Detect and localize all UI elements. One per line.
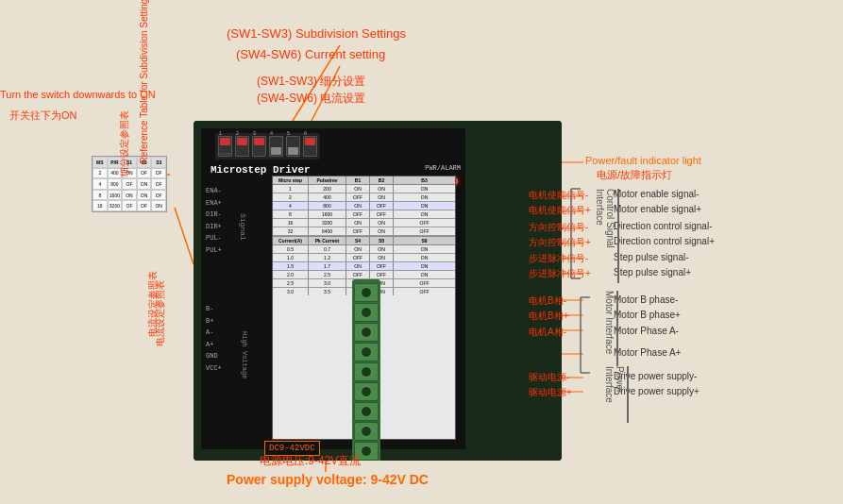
pwr-alarm-label: PWR/ALARM bbox=[425, 164, 461, 172]
svg-line-3 bbox=[175, 208, 194, 264]
dir-minus-pcb-label: DIR- bbox=[206, 209, 222, 221]
sw1-sw3-english-label: (SW1-SW3) Subdivision Settings bbox=[227, 26, 406, 41]
sw4-sw6-english-label: (SW4-SW6) Current setting bbox=[236, 47, 385, 61]
driver-pcb: 1 2 3 4 5 6 Microstep Driver PWR/ALARM E… bbox=[194, 121, 562, 461]
motor-b-minus-cn: 电机B相- bbox=[529, 294, 566, 308]
direction-plus-cn: 方向控制信号+ bbox=[529, 236, 591, 249]
motor-a-minus-cn: 电机A相- bbox=[529, 326, 566, 339]
a-minus-pcb: A- bbox=[206, 327, 222, 339]
signal-label: Signal bbox=[239, 213, 247, 241]
sw4-sw6-chinese-label: (SW4-SW6) 电流设置 bbox=[257, 91, 365, 107]
ref-table-label-rotated: 细分设定参照表 bbox=[118, 0, 131, 176]
step-minus-en: Step pulse signal- bbox=[614, 252, 689, 262]
voltage-english-label: Power supply voltage: 9-42V DC bbox=[227, 472, 429, 487]
step-minus-cn: 步进脉冲信号- bbox=[529, 252, 588, 265]
subdivision-settings-label: Reference Table for Subdivision Settings… bbox=[139, 0, 149, 164]
gnd-pcb: GND bbox=[206, 350, 222, 362]
motor-enable-minus-cn: 电机使能信号- bbox=[529, 189, 588, 202]
current-setting-en-label: 电流设定参照表 bbox=[146, 148, 160, 337]
high-voltage-label: High Voltage bbox=[241, 331, 248, 378]
conn-terminal-b-minus bbox=[354, 422, 379, 441]
power-fault-chinese: 电源/故障指示灯 bbox=[597, 168, 672, 182]
power-fault-english: Power/fault indicator light bbox=[585, 155, 701, 166]
pul-minus-pcb-label: PUL- bbox=[206, 232, 222, 244]
direction-minus-en: Direction control signal- bbox=[614, 221, 713, 231]
direction-minus-cn: 方向控制信号- bbox=[529, 221, 588, 234]
motor-b-plus-cn: 电机B相+ bbox=[529, 310, 569, 323]
motor-interface-label: Motor Interface bbox=[604, 291, 618, 366]
a-plus-pcb: A+ bbox=[206, 339, 222, 351]
conn-terminal-ena-plus bbox=[354, 323, 379, 342]
ena-plus-pcb-label: ENA+ bbox=[206, 197, 222, 210]
motor-b-plus-en: Motor B phase+ bbox=[614, 310, 681, 320]
conn-terminal-dir-plus bbox=[354, 362, 379, 381]
conn-terminal-pul-minus bbox=[354, 382, 379, 401]
conn-terminal-pul-plus bbox=[354, 402, 379, 421]
right-connector-block bbox=[352, 279, 380, 461]
page-container: (SW1-SW3) Subdivision Settings (SW4-SW6)… bbox=[0, 0, 843, 504]
b-minus-pcb: B- bbox=[206, 303, 222, 315]
control-signal-interface-label: Control Signal Interface bbox=[595, 189, 619, 283]
conn-terminal-pwr bbox=[354, 283, 379, 302]
b-plus-pcb: B+ bbox=[206, 315, 222, 328]
step-plus-cn: 步进脉冲信号+ bbox=[529, 267, 591, 280]
direction-plus-en: Direction control signal+ bbox=[614, 236, 715, 246]
voltage-chinese-label: 电源电压:9-42V直流 bbox=[260, 453, 361, 469]
step-plus-en: Step pulse signal+ bbox=[614, 267, 691, 277]
motor-enable-plus-en: Motor enable signal+ bbox=[614, 204, 701, 214]
conn-terminal-dir-minus bbox=[354, 343, 379, 361]
pcb-driver-label: Microstep Driver bbox=[211, 164, 311, 176]
conn-terminal-ena-minus bbox=[354, 303, 379, 322]
motor-enable-minus-en: Motor enable signal- bbox=[614, 189, 700, 199]
pul-plus-pcb-label: PUL+ bbox=[206, 244, 222, 257]
vcc-pcb: VCC+ bbox=[206, 362, 222, 375]
motor-b-minus-en: Motor B phase- bbox=[614, 294, 678, 305]
motor-a-plus-en: Motor Phase A+ bbox=[614, 347, 681, 358]
power-interface-label: Power Interface bbox=[604, 366, 629, 423]
drive-power-minus-cn: 驱动电源- bbox=[529, 371, 569, 384]
motor-a-minus-en: Motor Phase A- bbox=[614, 326, 679, 336]
motor-enable-plus-cn: 电机使能信号+ bbox=[529, 204, 591, 217]
ena-minus-pcb-label: ENA- bbox=[206, 185, 222, 197]
turn-switch-label: Turn the switch downwards to ON bbox=[0, 88, 156, 102]
turn-switch-chinese-label: 开关往下为ON bbox=[9, 109, 77, 123]
dir-plus-pcb-label: DIR+ bbox=[206, 221, 222, 233]
drive-power-plus-cn: 驱动电源+ bbox=[529, 386, 572, 399]
sw1-sw3-chinese-label: (SW1-SW3) 细分设置 bbox=[257, 74, 365, 90]
